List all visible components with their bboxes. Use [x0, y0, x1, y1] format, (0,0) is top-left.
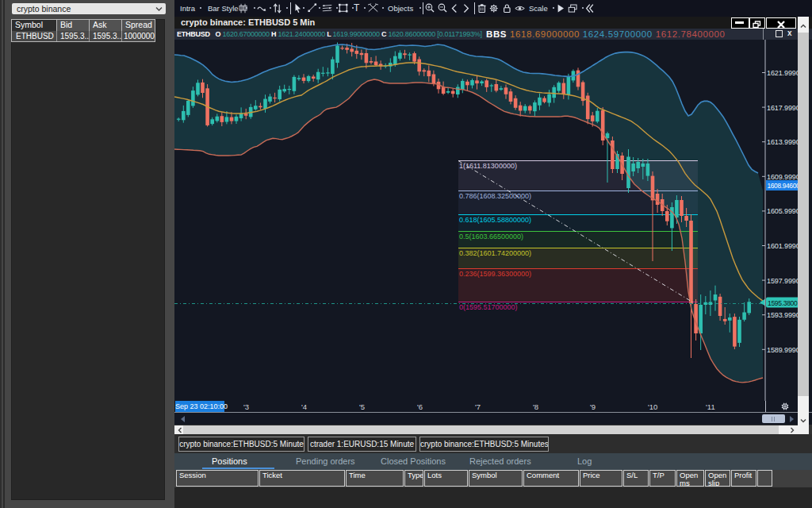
- svg-text:1621.9990: 1621.9990: [767, 69, 800, 77]
- svg-text:1617.9990: 1617.9990: [767, 104, 800, 112]
- svg-text:1(1611.81300000): 1(1611.81300000): [459, 162, 517, 170]
- svg-text:0(1595.51700000): 0(1595.51700000): [459, 303, 518, 311]
- svg-text:1597.9990: 1597.9990: [767, 277, 800, 285]
- svg-text:1613.9990: 1613.9990: [767, 138, 800, 146]
- svg-text:0.236(1599.36300000): 0.236(1599.36300000): [459, 270, 531, 278]
- svg-text:0.5(1603.66500000): 0.5(1603.66500000): [459, 233, 523, 241]
- svg-text:1608.94600: 1608.94600: [768, 182, 800, 190]
- svg-text:1605.9990: 1605.9990: [767, 207, 800, 215]
- svg-text:1595.3800: 1595.3800: [768, 299, 798, 307]
- svg-text:1601.9990: 1601.9990: [767, 242, 800, 250]
- svg-text:1593.9990: 1593.9990: [767, 311, 800, 319]
- svg-text:0.786(1608.32500000): 0.786(1608.32500000): [459, 192, 531, 200]
- svg-text:1589.9990: 1589.9990: [767, 346, 800, 354]
- svg-text:0.382(1601.74200000): 0.382(1601.74200000): [459, 249, 531, 257]
- svg-text:0.618(1605.58800000): 0.618(1605.58800000): [459, 216, 531, 224]
- svg-text:1609.9990: 1609.9990: [767, 173, 800, 181]
